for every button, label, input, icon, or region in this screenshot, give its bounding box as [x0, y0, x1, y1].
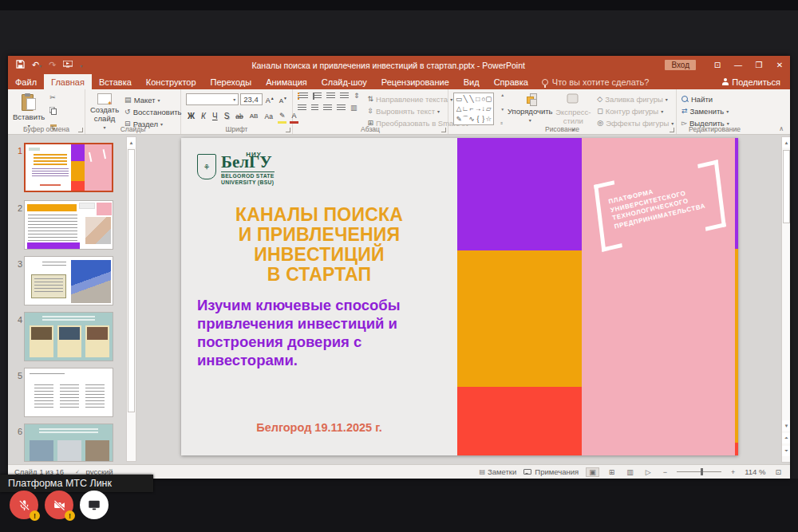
- decrease-indent-icon[interactable]: [326, 93, 335, 100]
- save-icon[interactable]: [16, 60, 25, 70]
- shape-icon[interactable]: ⌐: [470, 105, 474, 112]
- layout-button[interactable]: ▤Макет▾: [124, 95, 181, 105]
- scrollbar-thumb[interactable]: [783, 150, 790, 223]
- cut-icon[interactable]: ✂: [49, 94, 57, 101]
- thumb-scroll-up-icon[interactable]: ▲: [127, 137, 136, 148]
- columns-icon[interactable]: ▥: [350, 104, 358, 112]
- zoom-level[interactable]: 114 %: [745, 467, 765, 476]
- strikethrough-button[interactable]: ab: [234, 111, 244, 122]
- share-button[interactable]: Поделиться: [713, 74, 790, 89]
- shape-icon[interactable]: →: [475, 105, 482, 112]
- shape-icon[interactable]: ∟: [462, 105, 468, 112]
- grow-font-icon[interactable]: А▲: [264, 93, 276, 106]
- shape-icon[interactable]: ✎: [456, 116, 461, 123]
- change-case-button[interactable]: Аа: [263, 111, 275, 122]
- tab-review[interactable]: Рецензирование: [374, 74, 456, 89]
- notes-button[interactable]: ▤Заметки: [479, 467, 516, 476]
- italic-button[interactable]: К: [200, 111, 207, 122]
- slide-thumbnail-5[interactable]: [24, 368, 113, 417]
- shape-icon[interactable]: ╲: [464, 96, 468, 103]
- font-dialog-launcher[interactable]: [286, 128, 290, 132]
- next-slide-icon[interactable]: ⏷: [782, 446, 790, 456]
- bold-button[interactable]: Ж: [186, 111, 196, 122]
- shape-icon[interactable]: ▭: [456, 96, 462, 103]
- shape-icon[interactable]: {: [476, 116, 479, 123]
- font-name-combobox[interactable]: ▾: [186, 93, 239, 105]
- line-spacing-icon[interactable]: ⇕: [354, 93, 360, 100]
- shape-icon[interactable]: ⌒: [462, 116, 469, 123]
- slide-thumbnail-3[interactable]: [24, 256, 113, 305]
- font-size-combobox[interactable]: 23,4: [240, 93, 262, 105]
- slideshow-view-icon[interactable]: ▷: [643, 468, 654, 476]
- tab-help[interactable]: Справка: [487, 74, 535, 89]
- camera-off-button[interactable]: !: [45, 491, 73, 519]
- shape-icon[interactable]: ▱: [486, 105, 492, 112]
- slide-title[interactable]: КАНАЛЫ ПОИСКА И ПРИВЛЕЧЕНИЯ ИНВЕСТИЦИЙ В…: [188, 205, 451, 285]
- shape-icon[interactable]: □: [476, 96, 480, 103]
- microphone-muted-button[interactable]: !: [10, 491, 38, 519]
- zoom-out-icon[interactable]: −: [661, 468, 670, 476]
- highlight-color-button[interactable]: ✎: [278, 110, 287, 124]
- tab-slideshow[interactable]: Слайд-шоу: [314, 74, 374, 89]
- restore-button[interactable]: ❐: [749, 56, 769, 74]
- close-button[interactable]: ✕: [769, 56, 790, 74]
- shapes-gallery[interactable]: ▭ ╲ ╲ □ ○ ▢ △ ∟ ⌐ → ↓ ▱ ✎ ⌒ ∿ { }: [453, 93, 494, 125]
- justify-icon[interactable]: [337, 104, 346, 112]
- minimize-button[interactable]: —: [728, 56, 749, 74]
- shrink-font-icon[interactable]: А▼: [278, 93, 289, 107]
- find-button[interactable]: Найти: [681, 94, 749, 104]
- tab-file[interactable]: Файл: [8, 74, 44, 89]
- scroll-up-icon[interactable]: ▲: [782, 137, 790, 148]
- shapes-scroll-down-icon[interactable]: ▼: [500, 107, 504, 112]
- collapse-ribbon-icon[interactable]: ∧: [779, 125, 784, 132]
- shape-icon[interactable]: ☆: [486, 116, 492, 123]
- copy-icon[interactable]: [49, 104, 57, 118]
- numbering-icon[interactable]: [313, 93, 322, 100]
- text-shadow-button[interactable]: S: [223, 111, 231, 122]
- thumb-scrollbar-thumb[interactable]: [128, 149, 135, 412]
- ribbon-display-options-icon[interactable]: ⊡: [707, 56, 728, 74]
- scroll-down-icon[interactable]: ▼: [782, 420, 790, 431]
- paragraph-dialog-launcher[interactable]: [441, 128, 446, 132]
- slide-canvas[interactable]: ⚘ НИУ БелГУ BELGOROD STATE UNIVERSITY (B…: [181, 138, 738, 455]
- start-slideshow-icon[interactable]: [63, 61, 73, 70]
- slide-thumbnail-6[interactable]: [24, 424, 113, 462]
- shape-icon[interactable]: ╲: [470, 96, 474, 103]
- character-spacing-button[interactable]: АВ: [248, 111, 260, 122]
- tab-animations[interactable]: Анимация: [259, 74, 314, 89]
- shape-icon[interactable]: ▢: [485, 96, 492, 103]
- shapes-scroll-up-icon[interactable]: ▲: [500, 93, 504, 97]
- slide-subtitle[interactable]: Изучим ключевые способы привлечения инве…: [197, 296, 452, 369]
- align-left-icon[interactable]: [298, 104, 306, 112]
- document-scrollbar[interactable]: ▲ ▼ ⏶ ⏷: [781, 136, 790, 463]
- fit-to-window-icon[interactable]: ⊡: [772, 468, 784, 476]
- previous-slide-icon[interactable]: ⏶: [782, 433, 790, 443]
- shape-fill-button[interactable]: ◇Заливка фигуры▾: [597, 94, 674, 104]
- reset-button[interactable]: ↺Восстановить: [124, 107, 181, 117]
- zoom-slider[interactable]: [677, 471, 721, 472]
- slide-date[interactable]: Белгород 19.11.2025 г.: [188, 421, 451, 434]
- bullets-icon[interactable]: [298, 93, 308, 100]
- normal-view-icon[interactable]: ▣: [586, 467, 599, 477]
- align-right-icon[interactable]: [323, 104, 332, 112]
- replace-button[interactable]: ⇄Заменить▾: [681, 106, 749, 116]
- undo-icon[interactable]: ↶▾: [32, 61, 41, 69]
- tab-transitions[interactable]: Переходы: [203, 74, 259, 89]
- drawing-dialog-launcher[interactable]: [670, 128, 674, 132]
- tell-me-box[interactable]: Что вы хотите сделать?: [535, 74, 656, 89]
- underline-button[interactable]: Ч: [211, 111, 219, 122]
- thumbnail-scrollbar[interactable]: ▲: [126, 136, 136, 462]
- slide-thumbnail-4[interactable]: [24, 312, 113, 361]
- align-center-icon[interactable]: [311, 104, 318, 112]
- sign-in-button[interactable]: Вход: [665, 60, 696, 70]
- comments-button[interactable]: Примечания: [523, 467, 579, 476]
- reading-view-icon[interactable]: ▥: [624, 468, 636, 476]
- shape-icon[interactable]: ∿: [469, 116, 475, 123]
- shape-icon[interactable]: ↓: [482, 105, 485, 112]
- screen-share-button[interactable]: [80, 491, 109, 519]
- tab-view[interactable]: Вид: [456, 74, 487, 89]
- shape-outline-button[interactable]: ◻Контур фигуры▾: [597, 106, 674, 116]
- increase-indent-icon[interactable]: [340, 93, 349, 100]
- slide-thumbnail-1[interactable]: [24, 143, 113, 192]
- zoom-in-icon[interactable]: +: [729, 468, 737, 476]
